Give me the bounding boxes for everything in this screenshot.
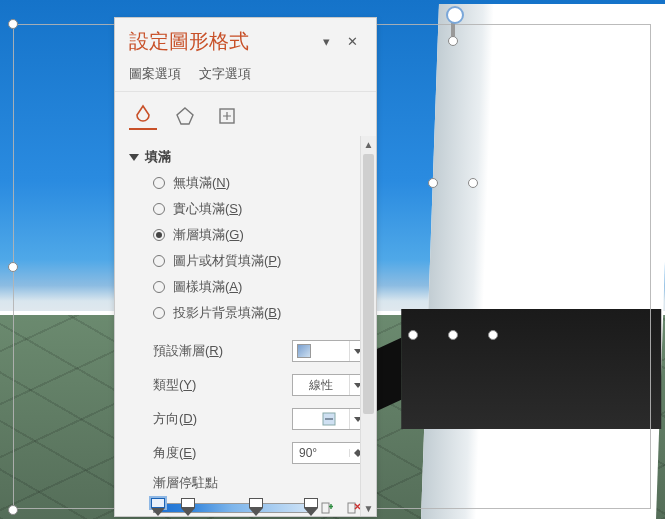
radio-picture-fill[interactable]: 圖片或材質填滿(P): [153, 252, 366, 270]
remove-stop-icon: [345, 500, 361, 516]
preset-gradient-dropdown[interactable]: [292, 340, 366, 362]
direction-icon: [322, 412, 336, 426]
selection-handle[interactable]: [8, 262, 18, 272]
section-fill-header[interactable]: 填滿: [129, 144, 366, 174]
gradient-stops-label: 漸層停駐點: [129, 470, 366, 494]
format-shape-panel: 設定圖形格式 ▾ ✕ 圖案選項 文字選項 填滿 無填滿(N): [114, 17, 377, 517]
radio-icon: [153, 307, 165, 319]
radio-no-fill[interactable]: 無填滿(N): [153, 174, 366, 192]
svg-marker-0: [177, 108, 193, 124]
gradient-type-dropdown[interactable]: 線性: [292, 374, 366, 396]
panel-title: 設定圖形格式: [129, 28, 310, 55]
gradient-angle-spinner[interactable]: 90°: [292, 442, 366, 464]
size-properties-icon[interactable]: [213, 102, 241, 130]
selection-handle[interactable]: [8, 505, 18, 515]
gradient-stop-handle[interactable]: [304, 498, 318, 516]
gradient-stop-handle[interactable]: [249, 498, 263, 516]
effects-icon[interactable]: [171, 102, 199, 130]
radio-icon: [153, 203, 165, 215]
scroll-thumb[interactable]: [363, 154, 374, 414]
radio-slide-bg-fill[interactable]: 投影片背景填滿(B): [153, 304, 366, 322]
selection-handle[interactable]: [488, 330, 498, 340]
selection-handle[interactable]: [8, 19, 18, 29]
panel-menu-button[interactable]: ▾: [316, 32, 336, 52]
gradient-type-label: 類型(Y): [153, 376, 282, 394]
radio-solid-fill[interactable]: 實心填滿(S): [153, 200, 366, 218]
radio-pattern-fill[interactable]: 圖樣填滿(A): [153, 278, 366, 296]
selection-handle[interactable]: [408, 330, 418, 340]
svg-rect-3: [322, 503, 329, 513]
gradient-direction-dropdown[interactable]: [292, 408, 366, 430]
selection-handle[interactable]: [448, 36, 458, 46]
selection-handle[interactable]: [468, 178, 478, 188]
gradient-angle-label: 角度(E): [153, 444, 282, 462]
radio-icon: [153, 229, 165, 241]
radio-gradient-fill[interactable]: 漸層填滿(G): [153, 226, 366, 244]
shape-selection[interactable]: [425, 40, 480, 340]
section-fill-label: 填滿: [145, 148, 171, 166]
selection-handle[interactable]: [428, 178, 438, 188]
add-stop-icon: [319, 500, 335, 516]
fill-line-icon[interactable]: [129, 102, 157, 130]
gradient-stops-track[interactable]: [153, 498, 311, 516]
chevron-down-icon: [129, 154, 139, 161]
tab-text-options[interactable]: 文字選項: [199, 65, 251, 83]
gradient-stop-handle[interactable]: [151, 498, 165, 516]
radio-icon: [153, 177, 165, 189]
preset-gradient-label: 預設漸層(R): [153, 342, 282, 360]
add-stop-button[interactable]: [317, 498, 337, 516]
tab-shape-options[interactable]: 圖案選項: [129, 65, 181, 83]
close-icon[interactable]: ✕: [342, 32, 362, 52]
panel-scrollbar[interactable]: ▲ ▼: [360, 136, 376, 516]
scroll-down-icon[interactable]: ▼: [361, 500, 376, 516]
radio-icon: [153, 281, 165, 293]
scroll-up-icon[interactable]: ▲: [361, 136, 376, 152]
selection-handle[interactable]: [448, 330, 458, 340]
gradient-stop-handle[interactable]: [181, 498, 195, 516]
svg-rect-4: [348, 503, 355, 513]
radio-icon: [153, 255, 165, 267]
gradient-direction-label: 方向(D): [153, 410, 282, 428]
